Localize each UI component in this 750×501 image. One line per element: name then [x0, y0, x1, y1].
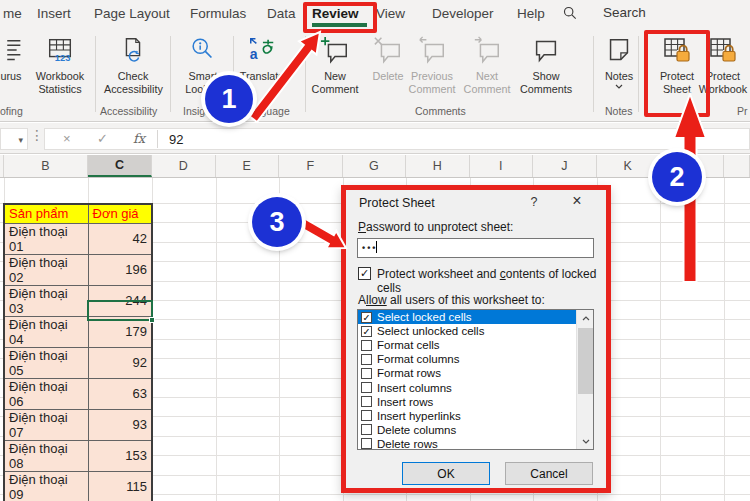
smart-lookup-icon — [174, 34, 232, 66]
name-box[interactable]: ▾ — [0, 128, 28, 150]
workbook-statistics-button[interactable]: 123 WorkbookStatistics — [31, 34, 89, 104]
permission-option[interactable]: Format rows — [358, 366, 577, 380]
permission-checkbox[interactable] — [361, 382, 372, 393]
product-cell[interactable]: Điện thoại 01 — [4, 223, 88, 254]
column-header-partial[interactable] — [724, 155, 750, 177]
column-header-K[interactable]: K — [597, 155, 661, 177]
product-cell[interactable]: Điện thoại 03 — [4, 285, 88, 316]
svg-text:123: 123 — [55, 53, 71, 63]
column-header-G[interactable]: G — [343, 155, 407, 177]
column-header-F[interactable]: F — [279, 155, 343, 177]
product-cell[interactable]: Điện thoại 05 — [4, 347, 88, 378]
ribbon-tab-page-layout[interactable]: Page Layout — [94, 6, 170, 21]
confirm-entry-icon[interactable]: ✓ — [97, 131, 108, 146]
ribbon-tab-view[interactable]: View — [376, 6, 405, 21]
scroll-up-icon[interactable] — [577, 310, 594, 326]
product-cell[interactable]: Điện thoại 04 — [4, 316, 88, 347]
ribbon-tab-me[interactable]: me — [3, 6, 22, 21]
column-header-D[interactable]: D — [152, 155, 216, 177]
ribbon-tab-data[interactable]: Data — [267, 6, 296, 21]
permission-checkbox[interactable]: ✓ — [361, 312, 372, 323]
permission-option[interactable]: Insert columns — [358, 380, 577, 394]
ribbon-tab-formulas[interactable]: Formulas — [190, 6, 246, 21]
password-label: Password to unprotect sheet: — [358, 220, 513, 234]
header-cell-product[interactable]: Sản phẩm — [4, 204, 88, 223]
permission-checkbox[interactable] — [361, 340, 372, 351]
column-header-H[interactable]: H — [406, 155, 470, 177]
notes-button[interactable]: Notes — [590, 34, 648, 104]
ribbon-tab-insert[interactable]: Insert — [37, 6, 71, 21]
search-box[interactable]: Search — [563, 5, 646, 20]
permission-option[interactable]: Delete rows — [358, 437, 577, 450]
price-cell[interactable]: 153 — [88, 440, 152, 471]
previous-comment-button: PreviousComment — [403, 34, 461, 104]
permission-option[interactable]: ✓Select unlocked cells — [358, 324, 577, 338]
price-cell[interactable]: 115 — [88, 471, 152, 501]
permission-label: Format columns — [377, 353, 459, 365]
password-input[interactable]: ••• — [357, 238, 594, 258]
column-header-E[interactable]: E — [216, 155, 280, 177]
price-cell[interactable]: 92 — [88, 347, 152, 378]
cancel-button[interactable]: Cancel — [505, 462, 593, 485]
fill-handle[interactable] — [149, 317, 155, 323]
permission-option[interactable]: Format cells — [358, 338, 577, 352]
permission-label: Insert rows — [377, 396, 433, 408]
table-row: Điện thoại 08153 — [4, 440, 152, 471]
insert-function-icon[interactable]: fx — [133, 131, 145, 146]
permission-checkbox[interactable] — [361, 410, 372, 421]
permissions-listbox[interactable]: ✓Select locked cells✓Select unlocked cel… — [357, 309, 594, 450]
ribbon-tab-developer[interactable]: Developer — [432, 6, 494, 21]
formula-bar: ▾ ⋮ × ✓ fx 92 — [0, 123, 750, 154]
permission-checkbox[interactable] — [361, 368, 372, 379]
permission-option[interactable]: Format columns — [358, 352, 577, 366]
product-cell[interactable]: Điện thoại 08 — [4, 440, 88, 471]
price-cell[interactable]: 93 — [88, 409, 152, 440]
check-accessibility-button[interactable]: CheckAccessibility — [104, 34, 162, 104]
header-cell-price[interactable]: Đơn giá — [88, 204, 152, 223]
highlight-box-review-tab — [303, 2, 377, 33]
product-cell[interactable]: Điện thoại 09 — [4, 471, 88, 501]
permission-option[interactable]: Insert hyperlinks — [358, 409, 577, 423]
permission-checkbox[interactable]: ✓ — [361, 326, 372, 337]
allow-users-label: Allow all users of this worksheet to: — [358, 293, 545, 307]
price-cell[interactable]: 196 — [88, 254, 152, 285]
product-cell[interactable]: Điện thoại 02 — [4, 254, 88, 285]
dialog-help-button[interactable]: ? — [526, 195, 542, 209]
new-comment-button[interactable]: NewComment — [306, 34, 364, 104]
protect-contents-checkbox[interactable]: ✓ — [358, 267, 371, 280]
column-header-J[interactable]: J — [533, 155, 597, 177]
scrollbar[interactable] — [576, 310, 593, 449]
cancel-entry-icon[interactable]: × — [63, 131, 71, 146]
show-comments-button[interactable]: ShowComments — [517, 34, 575, 104]
scrollbar-thumb[interactable] — [578, 328, 593, 394]
permission-label: Insert hyperlinks — [377, 410, 461, 422]
product-cell[interactable]: Điện thoại 06 — [4, 378, 88, 409]
protect-contents-label: Protect worksheet and contents of locked… — [377, 267, 606, 295]
group-label-proofing: ofing — [0, 105, 23, 117]
notes-icon — [590, 34, 648, 66]
permission-checkbox[interactable] — [361, 424, 372, 435]
permission-option[interactable]: ✓Select locked cells — [358, 310, 577, 324]
permission-option[interactable]: Delete columns — [358, 423, 577, 437]
dialog-close-button[interactable]: × — [568, 192, 586, 210]
product-cell[interactable]: Điện thoại 07 — [4, 409, 88, 440]
table-row: Điện thoại 0793 — [4, 409, 152, 440]
permission-checkbox[interactable] — [361, 354, 372, 365]
permission-label: Delete rows — [377, 438, 438, 450]
price-cell[interactable]: 63 — [88, 378, 152, 409]
column-header-I[interactable]: I — [470, 155, 534, 177]
permission-checkbox[interactable] — [361, 396, 372, 407]
scroll-down-icon[interactable] — [577, 433, 594, 449]
selected-cell-outline — [87, 300, 153, 321]
column-header-B[interactable]: B — [4, 155, 88, 177]
column-header-C[interactable]: C — [88, 155, 152, 177]
permission-option[interactable]: Insert rows — [358, 395, 577, 409]
price-cell[interactable]: 42 — [88, 223, 152, 254]
permission-checkbox[interactable] — [361, 438, 372, 449]
search-icon — [563, 6, 577, 20]
group-label-notes: Notes — [605, 105, 632, 117]
name-box-caret-icon: ▾ — [18, 135, 23, 145]
formula-input[interactable]: × ✓ fx 92 — [44, 128, 750, 150]
ribbon-tab-help[interactable]: Help — [517, 6, 545, 21]
ok-button[interactable]: OK — [402, 462, 490, 485]
